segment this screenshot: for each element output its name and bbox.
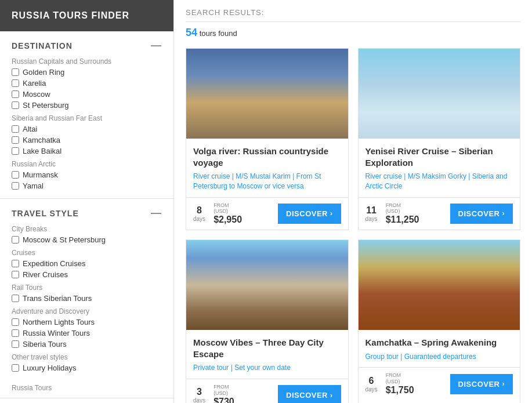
discover-button-2[interactable]: DISCOVER › [278,385,341,403]
checkbox-moscow-stpete[interactable]: Moscow & St Petersburg [12,235,162,244]
tour-info-1: Yenisei River Cruise – Siberian Explorat… [359,139,520,191]
destination-toggle[interactable]: — [151,39,162,52]
travel-style-toggle[interactable]: — [151,207,162,219]
travel-style-section-title: TRAVEL STYLE — [12,207,162,219]
sub-group-cruises: Cruises [12,249,162,257]
tour-footer-3: 6 days FROM (USD) $1,750 DISCOVER › [359,367,520,400]
tour-image-3 [359,240,520,330]
sub-group-adventure: Adventure and Discovery [12,307,162,315]
tour-price-block-2: FROM (USD) $730 [213,384,234,403]
tour-info-2: Moscow Vibes – Three Day City Escape Pri… [186,330,348,373]
checkbox-luxury[interactable]: Luxury Holidays [12,364,162,372]
sub-group-siberia: Siberia and Russian Far East [12,114,162,122]
tour-title-0: Volga river: Russian countryside voyage [193,146,341,168]
sub-group-rail: Rail Tours [12,284,162,292]
travel-style-section: TRAVEL STYLE — City Breaks Moscow & St P… [0,199,173,398]
tour-card-0: Volga river: Russian countryside voyage … [186,48,349,230]
checkbox-trans-siberian[interactable]: Trans Siberian Tours [12,294,162,303]
sub-group-city-breaks: City Breaks [12,225,162,233]
tour-subtitle-0: River cruise | M/S Mustai Karim | From S… [193,172,341,191]
tour-image-1 [359,49,520,139]
checkbox-yamal[interactable]: Yamal [12,181,162,190]
checkbox-murmansk[interactable]: Murmansk [12,170,162,179]
checkbox-moscow-dest[interactable]: Moscow [12,90,162,99]
checkbox-expedition-cruises[interactable]: Expedition Cruises [12,259,162,268]
tour-info-3: Kamchatka – Spring Awakening Group tour … [359,330,520,361]
checkbox-altai[interactable]: Altai [12,125,162,133]
tour-image-0 [186,49,348,139]
tour-card-1: Yenisei River Cruise – Siberian Explorat… [358,48,521,230]
tour-footer-1: 11 days FROM (USD) $11,250 DISCOVER › [359,197,520,230]
checkbox-kamchatka[interactable]: Kamchatka [12,136,162,144]
tour-subtitle-1: River cruise | M/S Maksim Gorky | Siberi… [365,172,513,191]
footer-label: Russia Tours [12,384,162,392]
tour-card-2: Moscow Vibes – Three Day City Escape Pri… [186,239,349,403]
destination-section: DESTINATION — Russian Capitals and Surro… [0,31,173,199]
sidebar: RUSSIA TOURS FINDER DESTINATION — Russia… [0,0,174,403]
search-results-label: SEARCH RESULTS: [186,8,520,22]
discover-button-3[interactable]: DISCOVER › [450,374,513,394]
checkbox-golden-ring[interactable]: Golden Ring [12,68,162,77]
checkbox-russia-winter[interactable]: Russia Winter Tours [12,329,162,337]
sidebar-title: RUSSIA TOURS FINDER [0,0,173,31]
checkbox-river-cruises[interactable]: River Cruises [12,270,162,279]
tour-subtitle-3: Group tour | Guaranteed departures [365,352,513,362]
tours-count: 54 [186,27,197,38]
checkbox-lake-baikal[interactable]: Lake Baikal [12,147,162,155]
results-grid: Volga river: Russian countryside voyage … [186,48,520,403]
tour-price-block-0: FROM (USD) $2,950 [213,202,242,226]
tour-subtitle-2: Private tour | Set your own date [193,363,341,373]
destination-label: DESTINATION [12,41,73,50]
sub-group-russian-capitals: Russian Capitals and Surrounds [12,57,162,66]
tour-days-2: 3 days [193,387,205,403]
tours-found: 54 tours found [186,27,520,39]
tour-title-2: Moscow Vibes – Three Day City Escape [193,337,341,360]
tour-card-3: Kamchatka – Spring Awakening Group tour … [358,239,521,403]
checkbox-st-petersburg[interactable]: St Petersburg [12,101,162,110]
tour-days-3: 6 days [365,376,378,393]
tour-footer-0: 8 days FROM (USD) $2,950 DISCOVER › [186,197,348,230]
tour-title-3: Kamchatka – Spring Awakening [365,337,513,348]
main-content: SEARCH RESULTS: 54 tours found Volga riv… [174,0,532,403]
tours-count-label: tours found [200,29,237,38]
tour-price-block-3: FROM (USD) $1,750 [386,372,414,395]
tour-title-1: Yenisei River Cruise – Siberian Explorat… [365,146,513,168]
checkbox-karelia[interactable]: Karelia [12,79,162,88]
discover-button-0[interactable]: DISCOVER › [278,204,341,224]
tour-info-0: Volga river: Russian countryside voyage … [186,139,348,191]
tour-image-2 [186,240,348,330]
sub-group-other: Other travel styles [12,353,162,361]
tour-footer-2: 3 days FROM (USD) $730 DISCOVER › [186,379,348,403]
travel-style-label: TRAVEL STYLE [12,209,79,218]
tour-days-0: 8 days [193,205,205,222]
tour-days-1: 11 days [365,205,378,222]
checkbox-northern-lights[interactable]: Northern Lights Tours [12,318,162,326]
destination-section-title: DESTINATION — [12,39,162,52]
discover-button-1[interactable]: DISCOVER › [450,204,513,224]
checkbox-siberia-tours[interactable]: Siberia Tours [12,340,162,348]
sub-group-arctic: Russian Arctic [12,160,162,168]
tour-price-block-1: FROM (USD) $11,250 [386,202,419,226]
